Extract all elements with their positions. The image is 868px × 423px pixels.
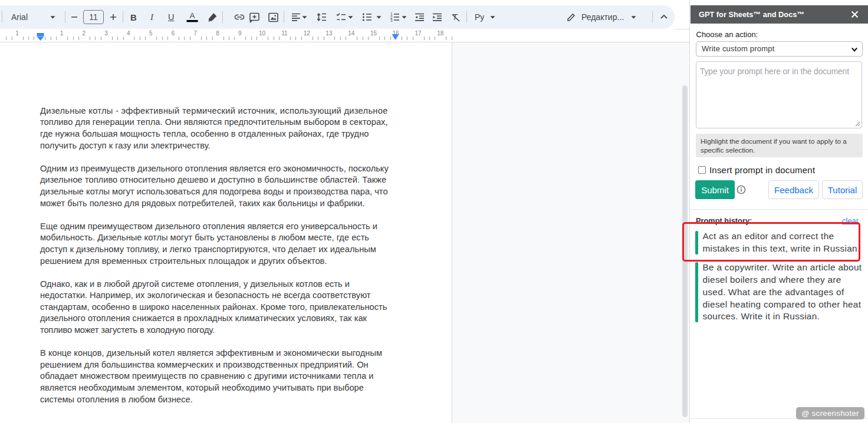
ruler-tick	[446, 37, 446, 40]
submit-button[interactable]: Submit	[695, 180, 735, 199]
add-comment-button[interactable]	[249, 5, 260, 29]
sidebar-divider	[690, 209, 868, 210]
increase-font-size-button[interactable]	[109, 5, 117, 29]
increase-indent-button[interactable]	[432, 5, 443, 29]
checklist-caret-icon[interactable]	[348, 5, 353, 29]
bulleted-list-caret-icon[interactable]	[376, 5, 382, 29]
document-line: стандартам, особенно в широко населенных…	[40, 302, 387, 313]
font-family-control[interactable]: Arial	[11, 5, 28, 29]
ruler-tick	[384, 37, 385, 40]
ruler-tick	[28, 37, 29, 40]
bulleted-list-button[interactable]	[361, 5, 373, 29]
document-paragraph[interactable]: Дизельные котлы - эффективный термически…	[40, 105, 453, 151]
resize-handle-icon[interactable]	[854, 121, 860, 127]
ruler-tick	[346, 37, 346, 40]
ruler-left-indent-marker[interactable]	[36, 33, 45, 41]
align-button[interactable]	[291, 5, 301, 29]
ruler-tick	[223, 37, 224, 40]
ruler-tick	[56, 37, 57, 40]
checklist-icon	[336, 12, 347, 22]
ruler-number: 14	[348, 30, 354, 37]
feedback-button[interactable]: Feedback	[768, 180, 819, 199]
highlight-color-button[interactable]	[207, 5, 218, 29]
hide-menus-button[interactable]	[659, 5, 669, 29]
ruler-number: 15	[370, 30, 377, 37]
close-icon[interactable]	[846, 5, 863, 24]
ruler-tick	[134, 37, 134, 40]
ruler-tick	[268, 37, 268, 40]
action-select[interactable]: Write custom prompt	[696, 41, 863, 57]
insert-image-button[interactable]	[268, 5, 279, 29]
clear-formatting-button[interactable]: T	[450, 5, 462, 29]
ruler-tick	[357, 37, 357, 40]
document-line: получить доступ к газу или электричеству…	[40, 140, 211, 152]
document-line: системы отопления в любом бизнесе.	[40, 394, 193, 406]
input-tools-control[interactable]: Ру	[475, 5, 484, 29]
ruler-tick	[363, 37, 363, 40]
ruler-tick	[12, 37, 12, 40]
text-color-icon: A	[186, 11, 198, 24]
toolbar-separator	[2, 11, 2, 23]
document-scrollbar[interactable]	[682, 85, 688, 417]
ruler-tick	[229, 37, 229, 40]
prompt-textarea[interactable]: Type your prompt here or in the document	[696, 61, 862, 128]
tutorial-button[interactable]: Tutorial	[822, 180, 863, 199]
editing-mode-control[interactable]: Редактир...	[581, 5, 624, 29]
font-size-field[interactable]: 11	[83, 10, 104, 24]
underline-button[interactable]: U	[168, 5, 174, 29]
svg-text:A: A	[189, 11, 195, 20]
hide-menus-icon	[659, 12, 669, 22]
ruler: 1123456789101112131415161718	[0, 29, 689, 42]
numbered-list-caret-icon[interactable]	[402, 5, 407, 29]
decrease-font-size-button[interactable]	[70, 5, 78, 29]
bold-button[interactable]: B	[130, 5, 137, 29]
document-line: В конце концов, дизельный котел является…	[40, 348, 382, 359]
document-text[interactable]: Дизельные котлы - эффективный термически…	[40, 105, 453, 417]
document-paragraph[interactable]: Однако, как и в любой другой системе ото…	[40, 279, 453, 336]
input-tools-caret-icon[interactable]	[490, 5, 495, 29]
insert-link-button[interactable]	[234, 5, 245, 29]
editing-mode-caret-icon[interactable]	[631, 5, 636, 29]
document-line: решением для временных строительных площ…	[40, 256, 327, 267]
align-caret-icon[interactable]	[302, 5, 307, 29]
numbered-list-icon: 123	[389, 12, 400, 22]
ruler-tick	[45, 37, 45, 40]
document-paragraph[interactable]: Одним из преимуществ дизельного отоплени…	[40, 163, 453, 209]
ruler-right-indent-marker[interactable]	[391, 34, 400, 41]
editing-mode-caret-icon-icon	[631, 16, 636, 19]
font-family-caret-icon[interactable]	[50, 5, 55, 29]
document-paragraph[interactable]: Еще одним преимуществом дизельного отопл…	[40, 221, 453, 267]
numbered-list-button[interactable]: 123	[389, 5, 400, 29]
document-line: Дизельные котлы - эффективный термически…	[40, 105, 388, 117]
prompt-history-item[interactable]: Act as an editor and correct the mistake…	[695, 230, 865, 255]
checklist-button[interactable]	[336, 5, 347, 29]
ruler-tick	[435, 37, 435, 40]
history-item-bar	[695, 231, 698, 254]
choose-action-label: Choose an action:	[696, 30, 758, 39]
ruler-tick	[190, 37, 190, 40]
info-icon[interactable]	[737, 185, 746, 194]
line-spacing-button[interactable]	[316, 5, 327, 29]
document-line: Однако, как и в любой другой системе ото…	[40, 279, 350, 290]
italic-button[interactable]: I	[150, 5, 153, 29]
sidebar-header: GPT for Sheets™ and Docs™	[691, 5, 868, 24]
align-caret-icon-icon	[302, 16, 307, 19]
prompt-history-item[interactable]: Be a copywriter. Write an article about …	[695, 262, 865, 323]
document-line: может быть полезно для рядовых потребите…	[40, 198, 364, 210]
ruler-tick	[117, 37, 118, 40]
ruler-tick	[334, 37, 335, 40]
text-color-button[interactable]: A	[186, 5, 198, 29]
toolbar-separator	[123, 11, 123, 23]
prompt-history-label: Prompt history:	[696, 216, 752, 225]
editing-mode-pencil-icon[interactable]	[566, 5, 577, 29]
insert-prompt-checkbox[interactable]	[698, 166, 706, 174]
ruler-tick	[73, 37, 74, 40]
clear-history-link[interactable]: clear	[842, 216, 859, 225]
ruler-tick	[407, 37, 407, 40]
ruler-number: 4	[127, 30, 130, 37]
toolbar-items: Arial11BIUA123TРуРедактир...	[0, 5, 675, 29]
sidebar-title: GPT for Sheets™ and Docs™	[699, 10, 804, 19]
ruler-tick	[51, 37, 51, 40]
document-paragraph[interactable]: В конце концов, дизельный котел является…	[40, 348, 453, 405]
decrease-indent-button[interactable]	[414, 5, 425, 29]
